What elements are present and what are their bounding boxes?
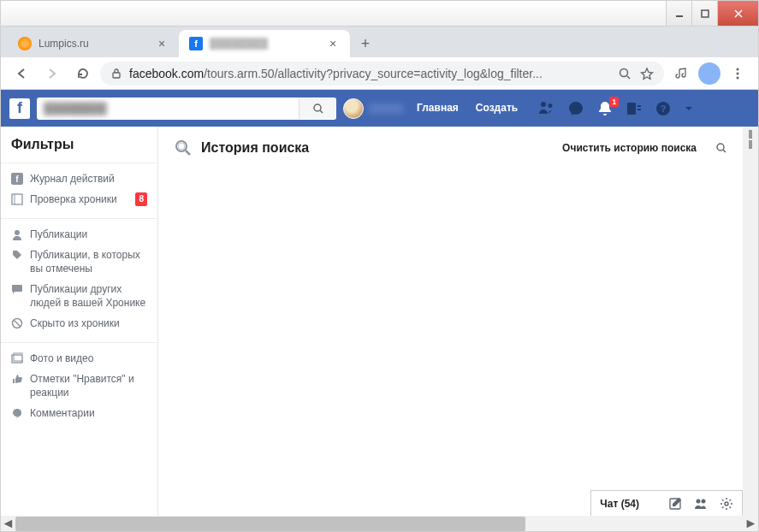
main-panel: История поиска Очистить историю поиска (157, 127, 743, 516)
app-window: Lumpics.ru × f ████████ × + facebook.com… (0, 0, 759, 532)
scroll-left-icon[interactable]: ◄ (1, 517, 15, 531)
tab-facebook[interactable]: f ████████ × (179, 30, 350, 57)
people-icon[interactable] (694, 497, 708, 511)
horizontal-scrollbar[interactable]: ◄ ► (1, 516, 758, 531)
sidebar-item-label: Фото и видео (30, 352, 93, 365)
magnifier-icon (174, 139, 193, 157)
svg-point-7 (314, 104, 321, 111)
arrow-left-icon (14, 66, 29, 81)
clear-search-history-link[interactable]: Очистить историю поиска (562, 142, 697, 154)
compose-icon[interactable] (668, 497, 682, 511)
svg-point-23 (717, 144, 724, 151)
messenger-icon[interactable] (567, 100, 584, 117)
sidebar-item-posts[interactable]: Публикации (1, 224, 157, 245)
sidebar-item-hidden[interactable]: Скрыто из хроники (1, 313, 157, 334)
tab-close-icon[interactable]: × (326, 37, 340, 50)
svg-rect-1 (702, 10, 709, 17)
chat-dock[interactable]: Чат (54) (590, 490, 743, 516)
nav-home-link[interactable]: Главная (410, 90, 465, 127)
sidebar-item-label: Проверка хроники (30, 192, 117, 206)
sidebar-item-label: Журнал действий (30, 172, 115, 186)
gear-icon[interactable] (720, 497, 733, 511)
sidebar-item-timeline-review[interactable]: Проверка хроники 8 (1, 189, 157, 210)
tab-title: Lumpics.ru (39, 38, 148, 50)
page-title: История поиска (201, 140, 554, 156)
kebab-icon (731, 67, 744, 80)
comment-icon (11, 283, 23, 295)
content-area: Фильтры f Журнал действий Проверка хрони… (1, 127, 743, 516)
photo-icon (11, 352, 23, 364)
sidebar-item-likes[interactable]: Отметки "Нравится" и реакции (1, 369, 157, 403)
chrome-profile-avatar[interactable] (698, 62, 720, 85)
dropdown-icon[interactable] (684, 103, 694, 114)
quick-help-icon[interactable] (626, 100, 643, 117)
speech-icon (11, 407, 23, 419)
search-value-blurred: ████████ (44, 102, 299, 115)
svg-point-6 (737, 76, 739, 79)
sidebar-item-label: Скрыто из хроники (30, 316, 120, 330)
window-close-button[interactable] (717, 1, 758, 26)
sidebar-item-photos-videos[interactable]: Фото и видео (1, 348, 157, 369)
tab-title: ████████ (210, 38, 319, 50)
address-bar: facebook.com/tours.arm.50/allactivity?pr… (1, 57, 758, 90)
reload-button[interactable] (69, 60, 97, 87)
timeline-icon (11, 193, 23, 205)
hidden-icon (11, 317, 23, 329)
url-input[interactable]: facebook.com/tours.arm.50/allactivity?pr… (100, 62, 664, 86)
lock-icon (110, 68, 122, 80)
main-header: История поиска Очистить историю поиска (174, 139, 727, 157)
fb-square-icon: f (11, 173, 23, 185)
scroll-track[interactable] (15, 517, 744, 531)
svg-line-18 (14, 320, 21, 327)
scroll-right-icon[interactable]: ► (744, 517, 758, 531)
new-tab-button[interactable]: + (353, 32, 377, 56)
right-sidebar-collapsed[interactable] (743, 127, 758, 516)
sidebar-item-activity-log[interactable]: f Журнал действий (1, 168, 157, 189)
url-text: facebook.com/tours.arm.50/allactivity?pr… (129, 67, 543, 80)
forward-button[interactable] (39, 60, 66, 87)
svg-rect-2 (113, 73, 120, 78)
svg-point-5 (737, 72, 739, 74)
profile-link[interactable] (343, 98, 403, 119)
search-icon[interactable] (618, 67, 632, 80)
window-maximize-button[interactable] (691, 1, 717, 26)
svg-rect-8 (627, 103, 636, 115)
chrome-menu-button[interactable] (724, 60, 751, 87)
svg-point-3 (620, 68, 628, 76)
facebook-search-button[interactable] (299, 98, 336, 119)
facebook-search-input[interactable]: ████████ (37, 98, 336, 120)
friends-icon[interactable] (538, 100, 555, 117)
star-icon[interactable] (640, 67, 654, 80)
sidebar-item-tagged-posts[interactable]: Публикации, в которых вы отмечены (1, 245, 157, 279)
sidebar-item-label: Отметки "Нравится" и реакции (30, 372, 147, 399)
svg-rect-16 (12, 285, 22, 292)
scroll-thumb[interactable] (15, 517, 525, 531)
sidebar-item-label: Публикации (30, 228, 87, 241)
svg-point-26 (702, 499, 706, 503)
sidebar-item-others-posts[interactable]: Публикации других людей в вашей Хронике (1, 279, 157, 313)
sidebar-badge: 8 (135, 192, 147, 206)
svg-text:?: ? (661, 103, 667, 114)
facebook-logo[interactable]: f (9, 98, 30, 119)
search-icon[interactable] (715, 142, 727, 154)
person-icon (11, 228, 23, 240)
window-titlebar (1, 1, 758, 27)
reload-icon (75, 66, 91, 81)
sidebar-item-label: Публикации, в которых вы отмечены (30, 248, 147, 275)
facebook-header: f ████████ Главная Создать 1 ? (1, 90, 758, 127)
svg-point-27 (725, 502, 728, 505)
sidebar-title: Фильтры (1, 137, 157, 159)
back-button[interactable] (8, 60, 35, 87)
nav-create-link[interactable]: Создать (469, 90, 525, 127)
notifications-icon[interactable]: 1 (596, 100, 614, 117)
lumpics-favicon (18, 37, 32, 50)
svg-point-4 (737, 68, 739, 70)
help-icon[interactable]: ? (655, 100, 672, 117)
music-extension-icon[interactable] (667, 60, 695, 87)
tab-close-icon[interactable]: × (155, 37, 169, 50)
profile-name-blurred (369, 103, 403, 114)
like-icon (11, 373, 23, 385)
window-minimize-button[interactable] (666, 1, 691, 26)
sidebar-item-comments[interactable]: Комментарии (1, 403, 157, 423)
tab-lumpics[interactable]: Lumpics.ru × (8, 30, 179, 57)
